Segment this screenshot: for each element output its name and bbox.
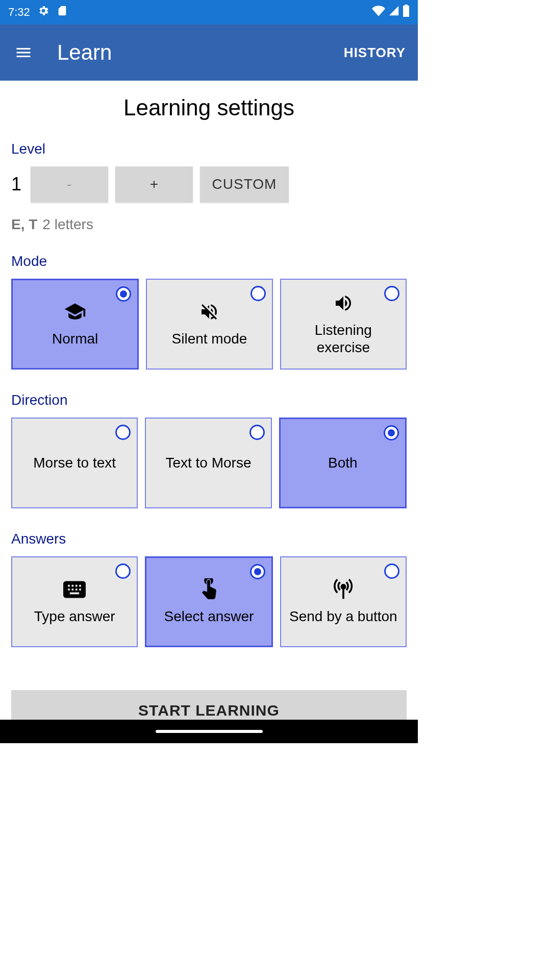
mode-label: Normal [52, 330, 98, 348]
keyboard-icon [63, 578, 86, 601]
graduation-icon [64, 301, 86, 323]
cell-signal-icon [388, 5, 399, 19]
radio-icon [249, 425, 265, 440]
answers-row: Type answer Select answer Send by a butt… [11, 556, 407, 647]
wifi-icon [372, 4, 385, 20]
radio-icon [250, 564, 265, 579]
section-label-mode: Mode [11, 253, 407, 270]
answers-label: Send by a button [289, 608, 397, 625]
start-learning-button[interactable]: START LEARNING [11, 690, 407, 720]
mode-label: Listening exercise [287, 322, 399, 356]
radio-icon [384, 286, 399, 301]
history-button[interactable]: HISTORY [344, 45, 406, 61]
answers-label: Type answer [34, 608, 115, 625]
answers-option-type[interactable]: Type answer [11, 556, 138, 647]
radio-icon [115, 425, 131, 440]
level-hint-chars: E, T [11, 216, 37, 232]
direction-option-text-to-morse[interactable]: Text to Morse [145, 418, 271, 508]
touch-icon [199, 578, 218, 601]
level-minus-button[interactable]: - [31, 166, 108, 202]
section-label-answers: Answers [11, 531, 407, 547]
level-custom-button[interactable]: CUSTOM [200, 166, 289, 202]
level-hint-count: 2 letters [42, 216, 93, 232]
volume-off-icon [199, 301, 219, 323]
radio-icon [384, 564, 399, 579]
mode-option-normal[interactable]: Normal [11, 279, 139, 370]
level-hint: E, T2 letters [11, 216, 407, 233]
mode-row: Normal Silent mode Listening exercise [11, 279, 407, 370]
battery-icon [403, 5, 410, 20]
app-title: Learn [57, 40, 112, 65]
direction-option-morse-to-text[interactable]: Morse to text [11, 418, 138, 508]
page-title: Learning settings [11, 95, 407, 120]
system-nav-bar [0, 720, 418, 743]
answers-option-send[interactable]: Send by a button [280, 556, 407, 647]
direction-row: Morse to text Text to Morse Both [11, 418, 407, 508]
radio-icon [115, 564, 131, 579]
direction-label: Text to Morse [165, 454, 251, 472]
antenna-icon [332, 578, 355, 601]
mode-option-listening[interactable]: Listening exercise [280, 279, 407, 370]
mode-option-silent[interactable]: Silent mode [146, 279, 272, 370]
app-bar: Learn HISTORY [0, 24, 418, 81]
content: Learning settings Level 1 - + CUSTOM E, … [0, 81, 418, 720]
level-value: 1 [11, 174, 23, 195]
status-time: 7:32 [8, 6, 30, 19]
nav-handle[interactable] [156, 730, 263, 733]
settings-status-icon [37, 5, 49, 20]
section-label-level: Level [11, 141, 407, 157]
level-plus-button[interactable]: + [115, 166, 193, 202]
direction-label: Both [328, 454, 358, 472]
answers-label: Select answer [164, 608, 254, 625]
status-bar: 7:32 [0, 0, 418, 24]
volume-up-icon [333, 292, 354, 314]
answers-option-select[interactable]: Select answer [145, 556, 272, 647]
radio-icon [116, 286, 131, 302]
menu-icon[interactable] [12, 41, 35, 64]
direction-label: Morse to text [33, 454, 116, 472]
mode-label: Silent mode [172, 330, 247, 348]
radio-icon [251, 286, 266, 301]
direction-option-both[interactable]: Both [279, 418, 407, 508]
radio-icon [384, 425, 399, 440]
section-label-direction: Direction [11, 392, 407, 408]
sd-card-icon [57, 5, 68, 19]
